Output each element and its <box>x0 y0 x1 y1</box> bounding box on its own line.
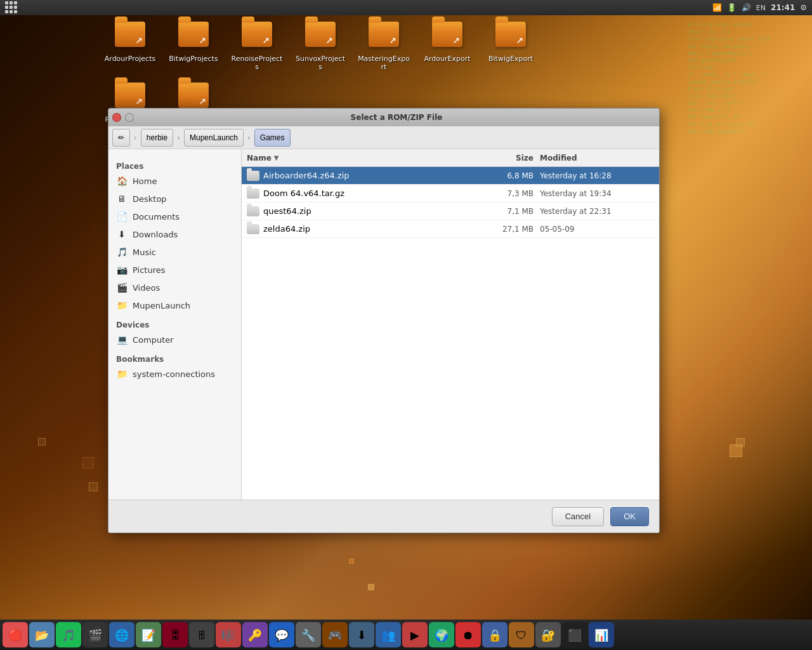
taskbar-files[interactable]: 📂 <box>29 622 55 647</box>
documents-icon: 📄 <box>116 211 128 222</box>
desktop-icon-renoise-projects[interactable]: RenoiseProjects <box>228 19 285 74</box>
downloads-icon: ⬇ <box>116 229 128 240</box>
taskbar-music2[interactable]: 🎼 <box>216 622 241 647</box>
taskbar-mixer[interactable]: 🎚 <box>189 622 214 647</box>
minimize-button[interactable] <box>125 113 134 122</box>
file-modified-3: 05-05-09 <box>540 225 654 234</box>
file-row-3[interactable]: zelda64.zip 27,1 MB 05-05-09 <box>242 220 659 238</box>
taskbar-shield[interactable]: 🛡 <box>509 622 534 647</box>
taskbar-media[interactable]: ▶ <box>402 622 428 647</box>
sidebar-item-system-connections[interactable]: 📁 system-connections <box>108 365 241 383</box>
settings-icon[interactable]: ⚙ <box>800 3 807 12</box>
taskbar-video[interactable]: 🎬 <box>82 622 108 647</box>
col-name-header[interactable]: Name ▼ <box>247 154 476 162</box>
taskbar-spotify[interactable]: 🎵 <box>56 622 81 647</box>
taskbar-ardour[interactable]: 🎛 <box>162 622 188 647</box>
file-name-3: zelda64.zip <box>263 224 476 234</box>
file-list-container[interactable]: Name ▼ Size Modified Airboarder64.z64.zi… <box>242 149 659 500</box>
desktop-icon-ardour-export[interactable]: ArdourExport <box>419 19 476 74</box>
zip-icon-2 <box>247 206 259 216</box>
dialog-main: Places 🏠 Home 🖥 Desktop 📄 Documents ⬇ Do… <box>108 149 659 500</box>
file-size-3: 27,1 MB <box>476 225 540 234</box>
volume-icon: 🔊 <box>742 3 751 12</box>
taskbar-browser[interactable]: 🌐 <box>109 622 134 647</box>
edit-button[interactable]: ✏ <box>112 129 130 147</box>
taskbar-ubuntu[interactable]: 🔴 <box>3 622 28 647</box>
sidebar-item-videos[interactable]: 🎬 Videos <box>108 279 241 296</box>
taskbar-monitor[interactable]: 📊 <box>589 622 614 647</box>
taskbar-tools[interactable]: 🔧 <box>296 622 321 647</box>
breadcrumb-herbie[interactable]: herbie <box>141 129 173 147</box>
sidebar-item-music[interactable]: 🎵 Music <box>108 243 241 261</box>
taskbar-keys[interactable]: 🔑 <box>242 622 268 647</box>
file-modified-1: Yesterday at 19:34 <box>540 189 654 198</box>
lang-indicator: EN <box>756 4 766 12</box>
cancel-button[interactable]: Cancel <box>552 507 604 526</box>
sidebar-item-documents[interactable]: 📄 Documents <box>108 208 241 225</box>
computer-icon: 💻 <box>116 334 128 345</box>
pencil-icon: ✏ <box>118 133 124 142</box>
dialog-footer: Cancel OK <box>108 500 659 533</box>
battery-icon: 🔋 <box>727 3 737 12</box>
sort-indicator: ▼ <box>274 154 279 161</box>
file-name-1: Doom 64.v64.tar.gz <box>263 189 476 198</box>
zip-icon-0 <box>247 171 259 181</box>
file-row-2[interactable]: quest64.zip 7,1 MB Yesterday at 22:31 <box>242 202 659 220</box>
col-modified-header[interactable]: Modified <box>540 154 654 162</box>
file-size-0: 6,8 MB <box>476 171 540 180</box>
breadcrumb-mupenlaunch[interactable]: MupenLaunch <box>184 129 244 147</box>
file-name-2: quest64.zip <box>263 206 476 216</box>
pictures-icon: 📷 <box>116 264 128 275</box>
taskbar: 🔴 📂 🎵 🎬 🌐 📝 🎛 🎚 🎼 🔑 💬 🔧 🎮 ⬇ 👥 ▶ 🌍 ⏺ 🔒 🛡 … <box>0 620 812 650</box>
file-name-0: Airboarder64.z64.zip <box>263 171 476 180</box>
sidebar-item-pictures[interactable]: 📷 Pictures <box>108 261 241 279</box>
file-row-0[interactable]: Airboarder64.z64.zip 6,8 MB Yesterday at… <box>242 167 659 185</box>
desktop-icon-ardour-projects[interactable]: ArdourProjects <box>102 19 159 74</box>
zip-icon-3 <box>247 224 259 234</box>
close-button[interactable] <box>112 113 121 122</box>
desktop-icon-sm: 🖥 <box>116 193 128 204</box>
breadcrumb-sep2: › <box>176 133 181 142</box>
taskbar-chat[interactable]: 💬 <box>269 622 294 647</box>
connections-icon: 📁 <box>116 368 128 380</box>
sidebar-item-home[interactable]: 🏠 Home <box>108 172 241 190</box>
bookmarks-label: Bookmarks <box>108 352 241 365</box>
dialog-title: Select a ROM/ZIP File <box>138 113 655 122</box>
desktop-icon-bitwig-projects[interactable]: BitwigProjects <box>165 19 222 74</box>
ok-button[interactable]: OK <box>610 507 649 526</box>
taskbar-notepad[interactable]: 📝 <box>136 622 161 647</box>
time-display: 21:41 <box>771 3 795 12</box>
breadcrumb-games[interactable]: Games <box>254 129 291 147</box>
zip-icon-1 <box>247 189 259 199</box>
breadcrumb-sep3: › <box>246 133 252 142</box>
sidebar-item-computer[interactable]: 💻 Computer <box>108 331 241 348</box>
taskbar-dl[interactable]: ⬇ <box>349 622 374 647</box>
sidebar: Places 🏠 Home 🖥 Desktop 📄 Documents ⬇ Do… <box>108 149 242 500</box>
taskbar-lock[interactable]: 🔐 <box>535 622 561 647</box>
file-list-header: Name ▼ Size Modified <box>242 149 659 167</box>
taskbar-vpn[interactable]: 🔒 <box>482 622 508 647</box>
mupenlaunch-icon: 📁 <box>116 300 128 311</box>
dialog-toolbar: ✏ › herbie › MupenLaunch › Games <box>108 126 659 149</box>
sidebar-item-desktop[interactable]: 🖥 Desktop <box>108 190 241 208</box>
taskbar-social[interactable]: 👥 <box>376 622 401 647</box>
sidebar-item-downloads[interactable]: ⬇ Downloads <box>108 225 241 243</box>
desktop: #!/usr/bin/env python import os, sys fro… <box>0 0 812 650</box>
top-panel: 📶 🔋 🔊 EN 21:41 ⚙ <box>0 0 812 15</box>
apps-button[interactable] <box>5 1 18 14</box>
file-row-1[interactable]: Doom 64.v64.tar.gz 7,3 MB Yesterday at 1… <box>242 185 659 202</box>
dialog-titlebar: Select a ROM/ZIP File <box>108 109 659 126</box>
panel-right: 📶 🔋 🔊 EN 21:41 ⚙ <box>712 3 807 12</box>
taskbar-net[interactable]: 🌍 <box>429 622 454 647</box>
sidebar-item-mupenlaunch[interactable]: 📁 MupenLaunch <box>108 296 241 314</box>
music-icon: 🎵 <box>116 246 128 258</box>
panel-left <box>5 1 18 14</box>
taskbar-rec[interactable]: ⏺ <box>455 622 481 647</box>
desktop-icon-mastering-export[interactable]: MasteringExport <box>355 19 412 74</box>
desktop-icon-sunvox-projects[interactable]: SunvoxProjects <box>292 19 349 74</box>
taskbar-game[interactable]: 🎮 <box>322 622 348 647</box>
taskbar-term[interactable]: ⬛ <box>562 622 587 647</box>
desktop-icon-bitwig-export[interactable]: BitwigExport <box>482 19 539 74</box>
col-size-header[interactable]: Size <box>476 154 540 162</box>
places-label: Places <box>108 159 241 172</box>
